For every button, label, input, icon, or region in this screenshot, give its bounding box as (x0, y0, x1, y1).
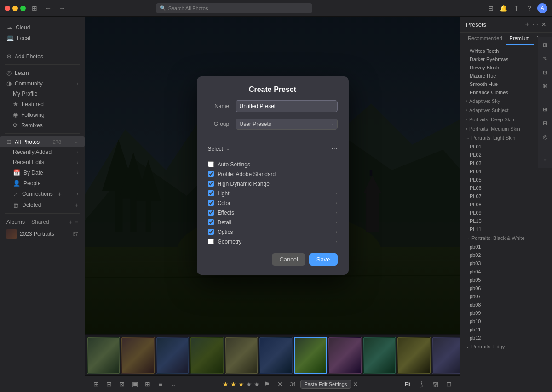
preset-pb01[interactable]: pb01 (460, 243, 552, 251)
film-thumb-1[interactable] (87, 337, 120, 374)
sidebar-item-my-profile[interactable]: My Profile (0, 89, 85, 99)
filter-icon[interactable]: ⊟ (486, 3, 496, 13)
preset-pb04[interactable]: pb04 (460, 267, 552, 276)
fit-icon[interactable]: Fit (402, 379, 413, 390)
star-1[interactable]: ★ (223, 381, 229, 388)
sidebar-item-featured[interactable]: ★ Featured (0, 99, 85, 109)
right-icon-2[interactable]: ✎ (540, 53, 551, 64)
sidebar-item-all-photos[interactable]: ⊞ All Photos 278 ⌄ (0, 136, 85, 147)
film-thumb-10[interactable] (397, 337, 431, 374)
close-paste-icon[interactable]: ✕ (353, 381, 358, 388)
film-thumb-4[interactable] (190, 337, 224, 374)
info-icon[interactable]: 34 (288, 379, 299, 390)
view-single-icon[interactable]: ▣ (129, 379, 140, 390)
film-thumb-7[interactable] (294, 337, 327, 374)
album-item-2023-portraits[interactable]: 2023 Portraits 67 (0, 227, 85, 240)
preset-pb12[interactable]: pb12 (460, 334, 552, 342)
film-thumb-5[interactable] (225, 337, 258, 374)
detail-panel-icon[interactable]: ⊡ (443, 379, 454, 390)
preset-pb05[interactable]: pb05 (460, 276, 552, 284)
preset-pl06[interactable]: PL06 (460, 184, 552, 192)
avatar[interactable]: A (537, 3, 547, 13)
preset-pl11[interactable]: PL11 (460, 225, 552, 233)
sidebar-item-by-date[interactable]: 📅 By Date ‹ (0, 167, 85, 178)
cancel-button[interactable]: Cancel (272, 253, 305, 266)
histogram-icon[interactable]: ▨ (430, 379, 441, 390)
preset-pl09[interactable]: PL09 (460, 209, 552, 217)
forward-icon[interactable]: → (57, 3, 67, 13)
preset-pb09[interactable]: pb09 (460, 309, 552, 317)
albums-sort-icon[interactable]: ≡ (75, 219, 78, 225)
checkbox-detail-input[interactable] (208, 219, 214, 225)
preset-pl08[interactable]: PL08 (460, 200, 552, 209)
view-grid2-icon[interactable]: ⊟ (104, 379, 115, 390)
sidebar-item-learn[interactable]: ◎ Learn (0, 68, 85, 78)
preset-pb03[interactable]: pb03 (460, 259, 552, 267)
preset-pb10[interactable]: pb10 (460, 317, 552, 325)
right-icon-5[interactable]: ⊞ (540, 104, 551, 115)
options-dots-icon[interactable]: ··· (331, 145, 337, 153)
preset-group-portraits-edgy[interactable]: ⌄ Portraits: Edgy (460, 342, 552, 351)
preset-pb07[interactable]: pb07 (460, 292, 552, 301)
sidebar-item-cloud[interactable]: ☁ Cloud (0, 22, 85, 33)
maximize-dot[interactable] (20, 6, 26, 11)
sidebar-item-people[interactable]: 👤 People (0, 178, 85, 188)
sidebar-item-local[interactable]: 💻 Local (0, 33, 85, 43)
right-icon-8[interactable]: ≡ (540, 154, 551, 165)
help-icon[interactable]: ? (524, 3, 535, 13)
presets-close-icon[interactable]: ✕ (541, 21, 546, 28)
checkbox-optics-input[interactable] (208, 229, 214, 235)
save-button[interactable]: Save (309, 253, 338, 266)
checkbox-profile-input[interactable] (208, 171, 214, 177)
view-grid-icon[interactable]: ⊞ (91, 379, 102, 390)
right-icon-4[interactable]: ⌘ (540, 81, 551, 92)
connections-add-icon[interactable]: + (58, 190, 62, 198)
modal-select-row[interactable]: Select ⌄ (208, 146, 230, 152)
sidebar-item-community[interactable]: ◑ Community › (0, 78, 85, 89)
sidebar-item-following[interactable]: ◉ Following (0, 109, 85, 120)
checkbox-geometry-input[interactable] (208, 239, 214, 244)
tone-curve-icon[interactable]: ⟆ (416, 379, 427, 390)
film-thumb-9[interactable] (363, 337, 396, 374)
star-5[interactable]: ★ (254, 381, 260, 388)
preset-pl10[interactable]: PL10 (460, 217, 552, 225)
reject-icon[interactable]: ✕ (275, 379, 286, 390)
presets-add-icon[interactable]: + (525, 20, 529, 28)
star-4[interactable]: ★ (246, 381, 252, 388)
tab-recommended[interactable]: Recommended (464, 33, 506, 45)
film-thumb-6[interactable] (259, 337, 293, 374)
sidebar-item-add-photos[interactable]: ⊕ Add Photos (0, 51, 85, 62)
film-thumb-3[interactable] (156, 337, 189, 374)
view-compare-icon[interactable]: ⊞ (142, 379, 153, 390)
preset-pb08[interactable]: pb08 (460, 301, 552, 309)
panel-icon[interactable]: ⊞ (29, 3, 40, 13)
right-icon-3[interactable]: ⊡ (540, 67, 551, 78)
sidebar-item-remixes[interactable]: ⟳ Remixes (0, 120, 85, 131)
right-icon-7[interactable]: ◎ (540, 131, 551, 142)
flag-icon[interactable]: ⚑ (262, 379, 273, 390)
sidebar-item-connections[interactable]: ⟋ Connections + ‹ (0, 188, 85, 199)
albums-add-icon[interactable]: + (69, 218, 72, 226)
preset-pb02[interactable]: pb02 (460, 251, 552, 259)
sidebar-item-recently-added[interactable]: Recently Added ‹ (0, 147, 85, 157)
star-3[interactable]: ★ (238, 381, 244, 388)
right-icon-6[interactable]: ⊟ (540, 118, 551, 129)
film-thumb-8[interactable] (328, 337, 362, 374)
sidebar-item-recent-edits[interactable]: Recent Edits ‹ (0, 157, 85, 167)
sidebar-item-deleted[interactable]: 🗑 Deleted + (0, 199, 85, 210)
notification-icon[interactable]: 🔔 (499, 3, 509, 13)
preset-group-portraits-bw[interactable]: ⌄ Portraits: Black & White (460, 233, 552, 243)
share-icon[interactable]: ⬆ (512, 3, 522, 13)
tab-premium[interactable]: Premium (506, 33, 534, 45)
preset-pb06[interactable]: pb06 (460, 284, 552, 292)
preset-pl05[interactable]: PL05 (460, 176, 552, 184)
modal-group-select[interactable]: User Presets ⌄ (236, 119, 338, 130)
preset-pl04[interactable]: PL04 (460, 167, 552, 176)
view-chevron-icon[interactable]: ⌄ (168, 379, 179, 390)
presets-more-icon[interactable]: ··· (532, 20, 538, 28)
checkbox-hdr-input[interactable] (208, 181, 214, 187)
checkbox-effects-input[interactable] (208, 210, 214, 216)
close-dot[interactable] (5, 6, 10, 11)
view-grid3-icon[interactable]: ⊠ (116, 379, 127, 390)
checkbox-light-input[interactable] (208, 190, 214, 196)
